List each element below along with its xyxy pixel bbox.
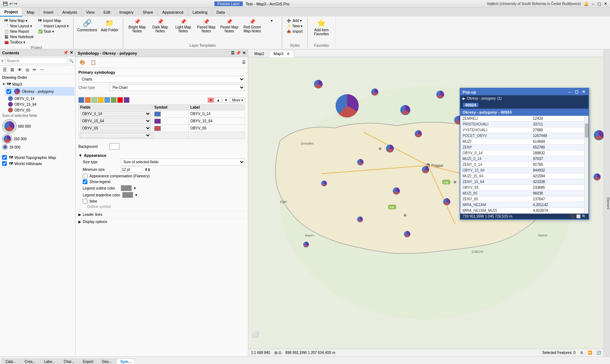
legend-leaderline-color[interactable]: [122, 192, 133, 198]
list-by-visibility-btn[interactable]: 👁: [16, 66, 23, 73]
light-map-notes-btn[interactable]: 📌 Light Map Notes: [172, 18, 194, 34]
new-report-btn[interactable]: 📋 New Report: [3, 29, 35, 34]
tab-data[interactable]: Data: [212, 8, 229, 17]
appearance-comp-checkbox[interactable]: [83, 174, 87, 178]
sym-tool-legend[interactable]: 📋: [88, 59, 98, 66]
legend-outline-dropdown[interactable]: ▾: [134, 186, 136, 191]
tab-share[interactable]: Share: [138, 8, 158, 17]
symbol-box-2[interactable]: [154, 126, 161, 131]
add-field-cell[interactable]: [79, 132, 153, 139]
tab-labeling[interactable]: Labeling: [188, 8, 212, 17]
size-type-select[interactable]: Sum of selected fields: [121, 159, 245, 165]
field-cell-0[interactable]: OBYV_0_14: [79, 110, 153, 118]
tab-map[interactable]: Map: [22, 8, 39, 17]
min-size-input[interactable]: [121, 167, 142, 173]
sym-close-btn[interactable]: ✕: [242, 51, 246, 55]
color-swatch-2[interactable]: [91, 97, 97, 103]
search-icon[interactable]: 🔍: [69, 59, 74, 63]
map2-tab[interactable]: Map2: [250, 50, 269, 57]
popup-maximize-btn[interactable]: ▢: [574, 90, 579, 94]
toc-okresy[interactable]: Okresy - polygony: [5, 87, 74, 96]
map3-tab[interactable]: Map3 ✕: [269, 50, 295, 57]
map-canvas[interactable]: Prague Dresden Liberec Boleslav Wroclaw …: [248, 57, 604, 349]
field-cell-2[interactable]: OBYV_65: [79, 125, 153, 132]
status-tool-1[interactable]: ⏸: [580, 351, 583, 355]
legend-outline-color[interactable]: [121, 185, 132, 191]
drawing-order-btn[interactable]: ☰: [1, 66, 8, 73]
topo-checkbox[interactable]: [2, 155, 7, 160]
sym-pin-btn[interactable]: 📌: [236, 51, 241, 55]
leader-lines-section[interactable]: ▶ Leader lines: [76, 211, 248, 218]
field-cell-1[interactable]: OBYV_15_64: [79, 118, 153, 125]
tab-insert[interactable]: Insert: [39, 8, 58, 17]
okresy-checkbox[interactable]: [6, 89, 11, 94]
popup-scrollbar[interactable]: [584, 116, 588, 214]
toc-world-topo[interactable]: 🗺 World Topographic Map: [1, 154, 74, 160]
tab-analysis[interactable]: Analysis: [58, 8, 82, 17]
paired-map-notes-btn[interactable]: 📌 Paired Map Notes: [195, 18, 217, 34]
new-layout-btn[interactable]: 📄 New Layout ▾: [3, 23, 35, 29]
hillshade-checkbox[interactable]: [2, 161, 7, 166]
map3-close-btn[interactable]: ✕: [287, 52, 290, 56]
min-size-stepper[interactable]: ⬆⬇: [145, 168, 150, 172]
field-dropdown-add[interactable]: [80, 133, 151, 138]
symbol-cell-0[interactable]: [153, 110, 189, 118]
color-up-btn[interactable]: ▲: [215, 97, 222, 103]
list-by-source-btn[interactable]: ⊞: [9, 66, 15, 73]
symbol-cell-2[interactable]: [153, 125, 189, 132]
maximize-btn[interactable]: ▢: [597, 1, 601, 6]
new-style-btn[interactable]: ✨ New ▾: [285, 23, 304, 29]
bottom-tab-geo[interactable]: Geo...: [98, 359, 115, 364]
status-tool-2[interactable]: ⏩: [588, 351, 592, 355]
quick-access-redo[interactable]: ↪: [14, 1, 17, 6]
background-swatch[interactable]: [109, 143, 119, 150]
pastel-map-notes-btn[interactable]: 📌 Pastel Map Notes: [218, 18, 240, 34]
popup-close-btn[interactable]: ✕: [581, 90, 586, 94]
tab-project[interactable]: Project: [0, 8, 22, 17]
sym-type-select[interactable]: Charts: [78, 76, 245, 83]
color-swatch-5[interactable]: [111, 97, 117, 103]
popup-scroll-thumb[interactable]: [585, 123, 588, 138]
new-map-btn[interactable]: 🗺 New Map ▾: [3, 18, 35, 23]
display-options-section[interactable]: ▶ Display options: [76, 218, 248, 225]
red-green-notes-btn[interactable]: 📌 Red Green Map Notes: [241, 18, 263, 34]
dark-map-notes-btn[interactable]: 📌 Dark Map Notes: [149, 18, 171, 34]
status-refresh-btn[interactable]: 🔄: [596, 351, 601, 355]
bottom-tab-create[interactable]: Crea...: [21, 359, 39, 364]
color-swatch-6[interactable]: [117, 97, 123, 103]
sym-menu-btn[interactable]: ☰: [242, 60, 246, 65]
bottom-tab-label[interactable]: Labe...: [40, 359, 59, 364]
color-remove-btn[interactable]: ✕: [208, 97, 214, 103]
bright-map-notes-btn[interactable]: 📌 Bright Map Notes: [126, 18, 148, 34]
more-toc-btn[interactable]: ⋯: [38, 66, 46, 73]
minimize-btn[interactable]: ─: [592, 2, 595, 6]
bottom-tab-export[interactable]: Export: [79, 359, 97, 364]
quick-access-save[interactable]: 💾: [3, 1, 8, 6]
chart-type-select[interactable]: Pie Chart: [109, 84, 245, 91]
show-legend-checkbox[interactable]: [83, 179, 87, 184]
toolbox-btn[interactable]: 🧰 Toolbox ▾: [3, 40, 35, 45]
popup-tool-1[interactable]: ⬛: [570, 214, 575, 218]
popup-minimize-btn[interactable]: ─: [567, 90, 572, 94]
tab-appearance[interactable]: Appearance: [158, 8, 188, 17]
import-layout-btn[interactable]: 📄 Import Layout ▾: [37, 23, 70, 29]
color-more-btn[interactable]: More ▾: [230, 97, 245, 103]
quick-access-undo[interactable]: ↩: [9, 1, 13, 6]
connections-btn[interactable]: 🔗 Connections: [77, 18, 98, 33]
popup-tool-3[interactable]: 🔍: [582, 214, 586, 218]
popup-tool-2[interactable]: ⬜: [576, 214, 581, 218]
color-swatch-3[interactable]: [98, 97, 104, 103]
field-row-add[interactable]: [79, 132, 245, 139]
tab-edit[interactable]: Edit: [99, 8, 115, 17]
bottom-tab-chart[interactable]: Char...: [60, 359, 78, 364]
symbol-cell-1[interactable]: [153, 118, 189, 125]
search-input[interactable]: [5, 58, 67, 64]
appearance-toggle[interactable]: ▼ Appearance: [78, 153, 245, 158]
symbol-box-1[interactable]: [154, 119, 161, 124]
list-by-editing-btn[interactable]: ✏: [31, 66, 38, 73]
import-style-btn[interactable]: 📥 Import: [285, 29, 304, 34]
color-down-btn[interactable]: ▼: [223, 97, 230, 103]
field-dropdown-2[interactable]: OBYV_65: [80, 126, 151, 131]
color-swatch-7[interactable]: [124, 97, 129, 103]
symbol-box-0[interactable]: [154, 112, 161, 117]
